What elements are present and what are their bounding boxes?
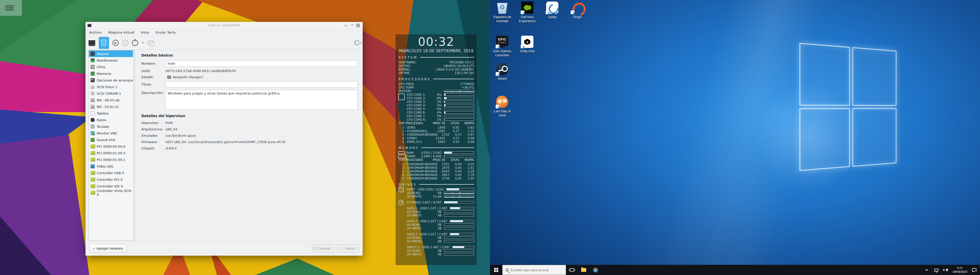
search-input[interactable] <box>511 268 559 272</box>
cpu-core-bar <box>444 119 474 121</box>
process-row: 4 - CONKY 11425 0,37 0,08 <box>402 136 474 140</box>
sidebar-item[interactable]: Memoria <box>89 70 135 77</box>
task-view-button[interactable] <box>566 265 578 275</box>
sidebar-item[interactable]: CPUs <box>89 64 135 70</box>
desktop-toolbox-widget[interactable] <box>0 0 22 16</box>
sidebar-item[interactable]: Sound ich9 <box>89 136 135 143</box>
tray-time: 0:17 <box>953 266 967 270</box>
volume-button[interactable]: ✕ <box>942 265 950 275</box>
sidebar-item[interactable]: Tableta <box>89 110 135 117</box>
hardware-icon <box>91 184 95 188</box>
process-row: 5 - KWIN_X11 2283 0,25 0,48 <box>402 140 474 144</box>
sidebar-item[interactable]: Controller IDE 0 <box>89 183 135 190</box>
file-explorer-button[interactable] <box>578 265 590 275</box>
window-footer: +Agregar hardware ⃠Cancelar ✓Aplicar <box>86 241 363 256</box>
cpu-history-graph <box>444 90 474 92</box>
titlebar[interactable]: hoth en QEMU/KVM × <box>86 22 363 29</box>
cpu-info-rows: CPU FREQ: 1770MHZ CPU TEMP: +36.0°C <box>396 82 477 89</box>
drive-row: I/O WRITE: 0B <box>407 213 474 217</box>
sidebar-item[interactable]: PCI 0000:05:00.0 <box>89 143 135 150</box>
maximize-button[interactable] <box>351 24 354 27</box>
desktop-icon[interactable]: Uplay <box>540 2 565 19</box>
system-row: UPTIME: 13H 17M 19S <box>399 71 474 75</box>
drive-row <box>407 217 474 220</box>
sidebar-item[interactable]: Ratón <box>89 117 135 123</box>
sidebar-item[interactable]: NIC :52:bc:2c <box>89 103 135 110</box>
sidebar-item[interactable]: Vídeo QXL <box>89 163 135 169</box>
taskbar-search[interactable] <box>502 265 566 275</box>
menu-item[interactable]: Vista <box>141 30 149 34</box>
shutdown-button[interactable] <box>132 40 138 46</box>
pause-button[interactable]: ‖ <box>122 40 128 46</box>
sidebar-item-label: Rendimiento <box>97 58 118 62</box>
details-panel: Detalles básicos Nombre: UUID: d971c16d-… <box>135 50 363 241</box>
sidebar-item[interactable]: PCI 0000:01:00.0 <box>89 150 135 156</box>
desktop-icon[interactable]: Last Day of June <box>490 96 514 118</box>
ethernet-icon <box>934 269 939 272</box>
desktop-icon[interactable]: Papelera de reciclaje <box>490 2 514 24</box>
desktop-icon[interactable]: Epic Games Launcher <box>490 36 514 58</box>
cancel-button[interactable]: ⃠Cancelar <box>312 244 334 253</box>
shortcut-arrow-icon <box>496 44 500 48</box>
taskbar-clock[interactable]: 0:17 18/09/2019 <box>951 266 969 274</box>
network-button[interactable] <box>932 265 940 275</box>
sidebar-item[interactable]: Repaso <box>89 51 135 57</box>
chevron-up-icon <box>925 269 928 272</box>
cpu-core-bar <box>444 104 474 106</box>
sidebar-item[interactable]: Teclado <box>89 123 135 130</box>
sidebar-item-label: Controller Virtio SCSI 0 <box>97 189 135 197</box>
desktop-icon[interactable]: Origin <box>565 2 590 19</box>
sidebar-item[interactable]: Opciones de arranque <box>89 77 135 84</box>
drive-row: STORAGE: 3,62T / 8,06T <box>407 201 474 204</box>
kde-desktop: hoth en QEMU/KVM × ArchivoMáquina Virtua… <box>0 0 490 275</box>
console-view-icon[interactable] <box>89 40 95 45</box>
title-input[interactable] <box>165 81 358 88</box>
info-icon: i <box>102 40 106 46</box>
folder-icon <box>581 268 586 272</box>
sidebar-item-label: PCI 0000:01:00.0 <box>97 151 125 155</box>
description-textarea[interactable]: Windows para juegos y otras tareas que r… <box>165 90 358 110</box>
sidebar-item[interactable]: Controller Virtio SCSI 0 <box>89 190 135 196</box>
tray-expand-button[interactable] <box>923 265 931 275</box>
hardware-icon <box>91 125 95 129</box>
desktop-icon[interactable]: Unity Hub <box>515 36 539 53</box>
shutdown-menu-caret[interactable] <box>142 42 144 44</box>
sidebar-item[interactable]: PCI 0000:01:00.1 <box>89 156 135 163</box>
sidebar-item[interactable]: SCSI Disco 1 <box>89 84 135 90</box>
hardware-icon <box>91 131 95 135</box>
sidebar-item[interactable]: NIC :48:55:ab <box>89 97 135 103</box>
shortcut-arrow-icon <box>571 10 574 14</box>
desktop-icon[interactable]: Steam <box>490 63 514 81</box>
minimize-button[interactable] <box>345 24 348 27</box>
sidebar-item[interactable]: Controller PCI 0 <box>89 176 135 183</box>
app-icon <box>88 24 91 27</box>
fullscreen-icon[interactable] <box>355 41 359 45</box>
name-input[interactable] <box>165 60 358 67</box>
run-button[interactable]: ▶ <box>113 40 119 46</box>
sidebar-item-label: Monitor VNC <box>97 131 118 135</box>
cpu-core-bar <box>444 111 474 114</box>
menu-item[interactable]: Archivo <box>89 30 102 34</box>
sidebar-item[interactable]: Controller USB 0 <box>89 169 135 176</box>
shortcut-arrow-icon <box>520 44 525 48</box>
sidebar-item[interactable]: Monitor VNC <box>89 130 135 136</box>
task-view-icon <box>570 268 574 272</box>
menu-item[interactable]: Enviar Tecla <box>156 30 176 34</box>
desktop-icon[interactable]: GeForce Experience <box>515 2 539 24</box>
system-row: HOSTNAME: TATOOINE V3.0.2 <box>399 61 474 64</box>
start-button[interactable] <box>490 265 502 275</box>
close-button[interactable]: × <box>356 24 360 27</box>
details-view-button[interactable]: i <box>99 37 109 49</box>
menu-item[interactable]: Máquina Virtual <box>108 30 134 34</box>
process-row: 5 - CHROMIUM-BROWSE 2736 0,00 1,50 <box>402 177 474 180</box>
system-tray: ✕ 0:17 18/09/2019 <box>923 265 980 275</box>
desktop-icon-label: Papelera de reciclaje <box>490 15 514 24</box>
add-hardware-button[interactable]: +Agregar hardware <box>89 244 127 253</box>
sidebar-item[interactable]: SCSI CDROM 1 <box>89 90 135 97</box>
action-center-button[interactable] <box>970 265 978 275</box>
sidebar-item[interactable]: Rendimiento <box>89 57 135 64</box>
chrome-button[interactable] <box>590 265 601 275</box>
apply-button[interactable]: ✓Aplicar <box>337 244 359 253</box>
drive-row: ROOT - SSD: 104G / 225G <box>407 188 474 191</box>
snapshots-icon[interactable] <box>148 41 153 45</box>
